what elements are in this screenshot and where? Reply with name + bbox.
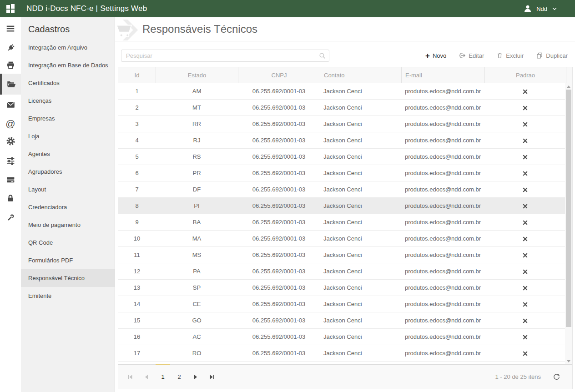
- sidebar-item[interactable]: Responsável Técnico: [21, 269, 115, 287]
- sidebar-item[interactable]: Credenciadora: [21, 198, 115, 216]
- rail-item-parameters[interactable]: [0, 155, 21, 166]
- table-row[interactable]: 10 MA 06.255.692/0001-03 Jackson Cenci p…: [118, 231, 566, 247]
- new-button[interactable]: + Novo: [425, 52, 446, 60]
- rail-item-integrations[interactable]: [0, 42, 21, 53]
- cell-padrao: [484, 83, 566, 99]
- table-row[interactable]: 2 MT 06.255.692/0001-03 Jackson Cenci pr…: [118, 100, 566, 116]
- delete-button[interactable]: Excluir: [496, 52, 524, 60]
- edit-button-label: Editar: [469, 52, 484, 59]
- page-button-2[interactable]: 2: [171, 365, 187, 389]
- table-row[interactable]: 1 AM 06.255.692/0001-03 Jackson Cenci pr…: [118, 83, 566, 100]
- cell-id: 7: [118, 181, 156, 197]
- cell-padrao: [484, 312, 566, 328]
- cell-cnpj: 06.255.692/0001-03: [238, 181, 320, 197]
- cell-id: 5: [118, 149, 156, 165]
- table-row[interactable]: 14 CE 06.255.692/0001-03 Jackson Cenci p…: [118, 296, 566, 312]
- folder-open-icon: [6, 79, 16, 89]
- column-header-id[interactable]: Id: [118, 67, 156, 83]
- scrollbar-thumb[interactable]: [566, 90, 571, 327]
- cell-estado: SP: [156, 280, 238, 296]
- sidebar-item[interactable]: Emitente: [21, 287, 115, 305]
- rail-item-settings[interactable]: [0, 136, 21, 146]
- sidebar: Cadastros Integração em ArquivoIntegraçã…: [21, 17, 115, 392]
- cell-id: 2: [118, 100, 156, 116]
- sidebar-item[interactable]: Agentes: [21, 145, 115, 163]
- scroll-down-icon[interactable]: [565, 358, 572, 364]
- table-scrollbar[interactable]: [565, 83, 572, 364]
- sidebar-item[interactable]: Integração em Arquivo: [21, 39, 115, 56]
- sidebar-item[interactable]: Integração em Base de Dados: [21, 56, 115, 74]
- column-header-estado[interactable]: Estado: [156, 67, 238, 83]
- table-row[interactable]: 15 GO 06.255.692/0001-03 Jackson Cenci p…: [118, 312, 566, 329]
- page-header: Responsáveis Técnicos: [115, 17, 575, 41]
- last-page-button[interactable]: [204, 365, 220, 389]
- sidebar-item[interactable]: Certificados: [21, 74, 115, 92]
- sidebar-item[interactable]: Formulários PDF: [21, 251, 115, 269]
- search-input[interactable]: [121, 50, 329, 62]
- cell-email: produtos.edocs@ndd.com.br: [401, 231, 484, 246]
- column-header-cnpj[interactable]: CNPJ: [238, 67, 320, 83]
- rail-item-servers[interactable]: [0, 174, 21, 185]
- rail-item-cadastros-active[interactable]: [0, 74, 21, 95]
- table-row[interactable]: 13 SP 06.255.692/0001-03 Jackson Cenci p…: [118, 280, 566, 296]
- sidebar-item[interactable]: Layout: [21, 181, 115, 198]
- table-row[interactable]: 12 PA 06.255.692/0001-03 Jackson Cenci p…: [118, 263, 566, 280]
- rail-item-print[interactable]: [0, 60, 21, 70]
- duplicate-button[interactable]: Duplicar: [536, 52, 568, 60]
- sidebar-item[interactable]: Agrupadores: [21, 163, 115, 181]
- column-header-padrao[interactable]: Padrao: [484, 67, 566, 83]
- rail-item-menu[interactable]: [0, 23, 21, 34]
- not-default-icon: [523, 253, 528, 258]
- rail-item-mail[interactable]: [0, 99, 21, 110]
- cell-contato: Jackson Cenci: [320, 83, 401, 99]
- cell-padrao: [484, 198, 566, 214]
- trash-icon: [496, 52, 503, 59]
- cell-padrao: [484, 345, 566, 361]
- cell-email: produtos.edocs@ndd.com.br: [401, 263, 484, 279]
- sidebar-item[interactable]: Licenças: [21, 92, 115, 110]
- next-page-button[interactable]: [187, 365, 204, 389]
- not-default-icon: [523, 204, 528, 209]
- rail-item-tools[interactable]: [0, 212, 21, 223]
- search-icon[interactable]: [318, 52, 326, 61]
- table-row[interactable]: 17 RO 06.255.692/0001-03 Jackson Cenci p…: [118, 345, 566, 362]
- not-default-icon: [523, 286, 528, 291]
- sidebar-item[interactable]: Meio de pagamento: [21, 216, 115, 234]
- refresh-button[interactable]: [553, 373, 560, 381]
- cell-cnpj: 06.255.692/0001-03: [238, 132, 320, 148]
- cell-id: 1: [118, 83, 156, 99]
- grid-logo-icon[interactable]: [5, 3, 16, 15]
- plug-icon: [6, 43, 15, 53]
- cell-estado: CE: [156, 296, 238, 312]
- sidebar-item[interactable]: Loja: [21, 127, 115, 145]
- rail-item-security[interactable]: [0, 193, 21, 204]
- not-default-icon: [523, 106, 528, 111]
- cell-email: produtos.edocs@ndd.com.br: [401, 312, 484, 328]
- table-row[interactable]: 8 PI 06.255.692/0001-03 Jackson Cenci pr…: [118, 198, 566, 214]
- user-menu[interactable]: Ndd: [523, 4, 558, 13]
- cell-id: 12: [118, 263, 156, 279]
- table-row[interactable]: 16 AC 06.255.692/0001-03 Jackson Cenci p…: [118, 329, 566, 345]
- column-header-contato[interactable]: Contato: [320, 67, 401, 83]
- rail-item-email-config[interactable]: @: [0, 118, 21, 129]
- not-default-icon: [523, 351, 528, 356]
- table-row[interactable]: 6 PR 06.255.692/0001-03 Jackson Cenci pr…: [118, 165, 566, 181]
- table-row[interactable]: 4 RJ 06.255.692/0001-03 Jackson Cenci pr…: [118, 132, 566, 149]
- column-header-email[interactable]: E-mail: [401, 67, 484, 83]
- table-row[interactable]: 7 DF 06.255.692/0001-03 Jackson Cenci pr…: [118, 181, 566, 198]
- page-button-1[interactable]: 1: [155, 365, 171, 389]
- cell-email: produtos.edocs@ndd.com.br: [401, 149, 484, 165]
- edit-button[interactable]: Editar: [459, 52, 484, 60]
- main-content: Responsáveis Técnicos + Novo Editar: [115, 17, 575, 392]
- table-row[interactable]: 5 RS 06.255.692/0001-03 Jackson Cenci pr…: [118, 149, 566, 165]
- not-default-icon: [523, 335, 528, 340]
- prev-page-button[interactable]: [138, 365, 155, 389]
- sidebar-item[interactable]: QR Code: [21, 234, 115, 251]
- table-row[interactable]: 3 RR 06.255.692/0001-03 Jackson Cenci pr…: [118, 116, 566, 132]
- cell-padrao: [484, 296, 566, 312]
- table-row[interactable]: 11 MS 06.255.692/0001-03 Jackson Cenci p…: [118, 247, 566, 263]
- table-row[interactable]: 9 BA 06.255.692/0001-03 Jackson Cenci pr…: [118, 214, 566, 231]
- first-page-button[interactable]: [122, 365, 138, 389]
- scroll-up-icon[interactable]: [565, 83, 572, 90]
- sidebar-item[interactable]: Empresas: [21, 110, 115, 127]
